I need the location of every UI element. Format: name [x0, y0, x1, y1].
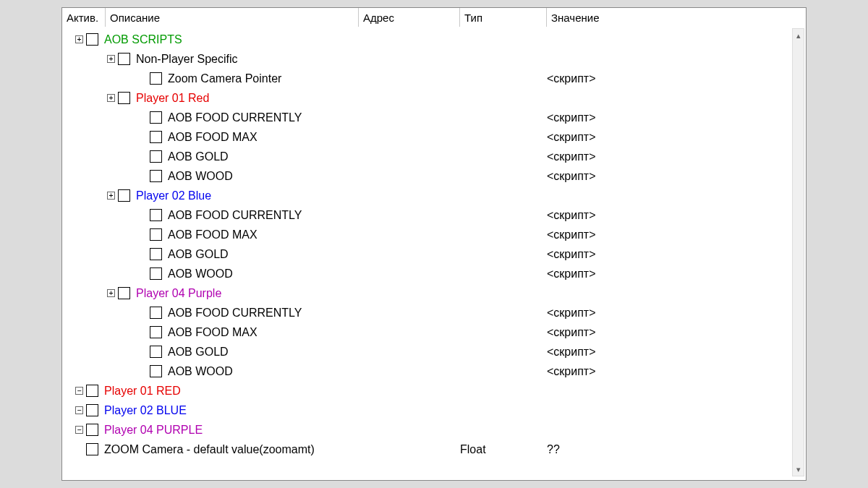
active-checkbox[interactable]	[150, 267, 162, 280]
header-value[interactable]: Значение	[547, 8, 806, 27]
active-checkbox[interactable]	[86, 443, 98, 455]
cell-type: Float	[460, 443, 547, 456]
cell-value: <скрипт>	[547, 365, 806, 378]
expand-icon[interactable]: +	[107, 192, 115, 200]
table-row[interactable]: +AOB SCRIPTS	[62, 30, 806, 49]
cell-description: AOB FOOD CURRENTLY	[62, 307, 359, 320]
table-row[interactable]: +Player 02 Blue	[62, 186, 806, 205]
table-header: Актив. Описание Адрес Тип Значение	[62, 8, 806, 27]
table-row[interactable]: AOB FOOD MAX<скрипт>	[62, 225, 806, 244]
row-label: AOB WOOD	[168, 365, 233, 378]
active-checkbox[interactable]	[150, 170, 162, 182]
active-checkbox[interactable]	[150, 72, 162, 85]
row-label: Player 01 Red	[136, 92, 209, 105]
cell-description: Zoom Camera Pointer	[62, 72, 359, 85]
active-checkbox[interactable]	[150, 346, 162, 358]
row-label: Player 01 RED	[104, 385, 181, 398]
table-row[interactable]: AOB FOOD CURRENTLY<скрипт>	[62, 303, 806, 322]
cell-value: <скрипт>	[547, 150, 806, 163]
active-checkbox[interactable]	[150, 365, 162, 377]
row-label: AOB FOOD MAX	[168, 131, 258, 144]
table-row[interactable]: AOB WOOD<скрипт>	[62, 166, 806, 186]
table-row[interactable]: AOB GOLD<скрипт>	[62, 147, 806, 166]
scroll-down-icon[interactable]: ▾	[793, 463, 804, 476]
expand-icon[interactable]: +	[107, 94, 115, 102]
header-active[interactable]: Актив.	[62, 8, 106, 27]
cell-description: +Player 04 Purple	[62, 287, 359, 300]
table-row[interactable]: AOB WOOD<скрипт>	[62, 264, 806, 283]
table-row[interactable]: AOB GOLD<скрипт>	[62, 342, 806, 361]
row-label: Player 02 Blue	[136, 189, 211, 202]
table-row[interactable]: +Non-Player Specific	[62, 49, 806, 69]
active-checkbox[interactable]	[150, 228, 162, 241]
header-type[interactable]: Тип	[460, 8, 547, 27]
active-checkbox[interactable]	[118, 287, 130, 299]
cell-value: <скрипт>	[547, 72, 806, 85]
expand-icon[interactable]: +	[107, 55, 115, 63]
table-row[interactable]: Zoom Camera Pointer<скрипт>	[62, 69, 806, 88]
collapse-icon[interactable]: −	[75, 387, 83, 395]
row-label: AOB GOLD	[168, 346, 229, 359]
table-row[interactable]: +Player 01 Red	[62, 88, 806, 108]
active-checkbox[interactable]	[118, 92, 130, 104]
active-checkbox[interactable]	[150, 150, 162, 163]
table-row[interactable]: −Player 01 RED	[62, 381, 806, 401]
active-checkbox[interactable]	[118, 53, 130, 65]
active-checkbox[interactable]	[86, 424, 98, 436]
row-label: AOB GOLD	[168, 248, 229, 261]
collapse-icon[interactable]: −	[75, 426, 83, 434]
active-checkbox[interactable]	[150, 131, 162, 143]
row-label: AOB FOOD CURRENTLY	[168, 209, 302, 222]
cell-description: AOB FOOD MAX	[62, 228, 359, 241]
scroll-up-icon[interactable]: ▴	[793, 29, 804, 42]
table-row[interactable]: ZOOM Camera - default value(zoomamt)Floa…	[62, 440, 806, 459]
table-row[interactable]: +Player 04 Purple	[62, 283, 806, 303]
table-row[interactable]: −Player 04 PURPLE	[62, 420, 806, 440]
row-label: AOB FOOD MAX	[168, 326, 258, 339]
row-label: AOB GOLD	[168, 150, 229, 163]
header-address[interactable]: Адрес	[359, 8, 460, 27]
active-checkbox[interactable]	[86, 404, 98, 416]
expand-icon[interactable]: +	[107, 289, 115, 297]
collapse-icon[interactable]: −	[75, 406, 83, 414]
active-checkbox[interactable]	[150, 248, 162, 260]
cell-description: AOB FOOD CURRENTLY	[62, 209, 359, 222]
cell-description: +Player 02 Blue	[62, 189, 359, 202]
cheat-table-panel: Актив. Описание Адрес Тип Значение +AOB …	[61, 7, 807, 481]
cell-description: AOB GOLD	[62, 346, 359, 359]
header-description[interactable]: Описание	[106, 8, 359, 27]
cell-description: AOB GOLD	[62, 150, 359, 163]
table-row[interactable]: AOB FOOD MAX<скрипт>	[62, 322, 806, 342]
expand-icon[interactable]: +	[75, 35, 83, 43]
active-checkbox[interactable]	[86, 33, 98, 46]
row-label: Player 04 PURPLE	[104, 424, 203, 437]
cell-value: <скрипт>	[547, 346, 806, 359]
active-checkbox[interactable]	[150, 209, 162, 221]
active-checkbox[interactable]	[118, 189, 130, 202]
cell-description: AOB WOOD	[62, 365, 359, 378]
active-checkbox[interactable]	[150, 307, 162, 319]
row-label: Player 02 BLUE	[104, 404, 187, 417]
cell-description: AOB FOOD CURRENTLY	[62, 111, 359, 124]
cell-value: <скрипт>	[547, 228, 806, 241]
row-label: AOB FOOD MAX	[168, 228, 258, 241]
row-label: AOB WOOD	[168, 267, 233, 281]
row-label: AOB FOOD CURRENTLY	[168, 111, 302, 124]
table-row[interactable]: AOB WOOD<скрипт>	[62, 361, 806, 381]
cell-value: <скрипт>	[547, 267, 806, 281]
active-checkbox[interactable]	[86, 385, 98, 397]
table-row[interactable]: AOB FOOD CURRENTLY<скрипт>	[62, 205, 806, 225]
cell-value: <скрипт>	[547, 209, 806, 222]
vertical-scrollbar[interactable]: ▴ ▾	[792, 28, 804, 476]
active-checkbox[interactable]	[150, 326, 162, 338]
table-row[interactable]: AOB FOOD CURRENTLY<скрипт>	[62, 108, 806, 127]
cell-value: <скрипт>	[547, 131, 806, 144]
active-checkbox[interactable]	[150, 111, 162, 124]
table-row[interactable]: −Player 02 BLUE	[62, 401, 806, 420]
cell-description: +AOB SCRIPTS	[62, 33, 359, 46]
cell-value: <скрипт>	[547, 111, 806, 124]
cell-description: −Player 02 BLUE	[62, 404, 359, 417]
cell-value: <скрипт>	[547, 326, 806, 339]
table-row[interactable]: AOB FOOD MAX<скрипт>	[62, 127, 806, 147]
table-row[interactable]: AOB GOLD<скрипт>	[62, 244, 806, 264]
